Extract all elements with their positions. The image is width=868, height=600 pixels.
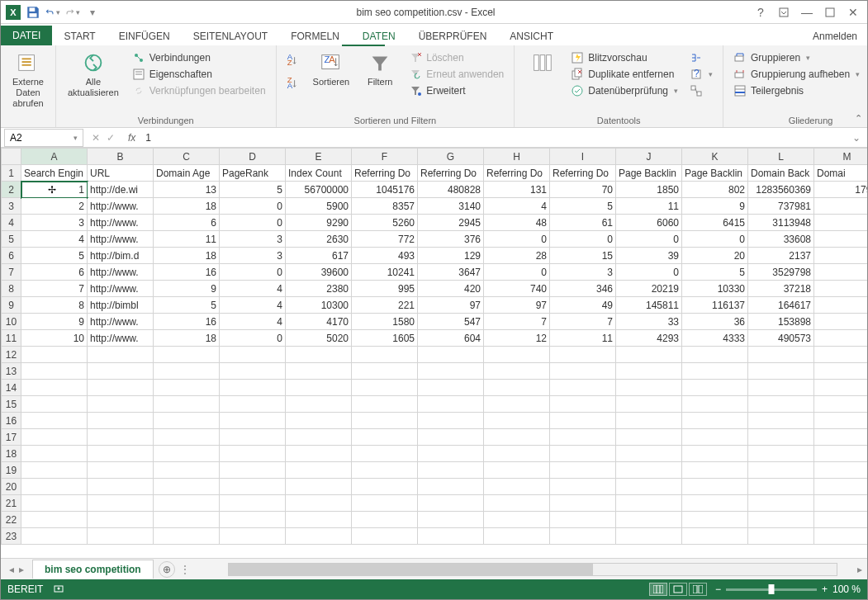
- row-header-14[interactable]: 14: [2, 380, 21, 396]
- cell-L17[interactable]: [748, 429, 814, 446]
- cell-M12[interactable]: [814, 347, 868, 363]
- cell-K1[interactable]: Page Backlin: [682, 165, 748, 182]
- cell-D21[interactable]: [220, 495, 286, 512]
- row-header-13[interactable]: 13: [2, 363, 21, 380]
- cell-L18[interactable]: [748, 446, 814, 462]
- cell-A13[interactable]: [21, 363, 88, 380]
- save-icon[interactable]: [26, 5, 40, 20]
- cell-F8[interactable]: 995: [352, 281, 418, 297]
- zoom-level[interactable]: 100 %: [832, 583, 861, 595]
- cell-K11[interactable]: 4333: [682, 330, 748, 347]
- cell-I14[interactable]: [550, 380, 616, 396]
- cell-D18[interactable]: [220, 446, 286, 462]
- cell-A9[interactable]: 8: [21, 297, 88, 314]
- cell-M14[interactable]: [814, 380, 868, 396]
- column-header-L[interactable]: L: [748, 149, 814, 165]
- cell-C23[interactable]: [154, 528, 220, 545]
- cell-A19[interactable]: [21, 462, 88, 479]
- cell-B13[interactable]: [88, 363, 154, 380]
- row-header-19[interactable]: 19: [2, 462, 21, 479]
- cell-I15[interactable]: [550, 396, 616, 413]
- row-header-15[interactable]: 15: [2, 396, 21, 413]
- cell-E12[interactable]: [286, 347, 352, 363]
- cell-G11[interactable]: 604: [418, 330, 484, 347]
- cell-C7[interactable]: 16: [154, 264, 220, 281]
- cell-H16[interactable]: [484, 413, 550, 429]
- column-header-D[interactable]: D: [220, 149, 286, 165]
- cell-B2[interactable]: http://de.wi: [88, 182, 154, 198]
- cell-J17[interactable]: [616, 429, 682, 446]
- cell-M13[interactable]: [814, 363, 868, 380]
- cell-G9[interactable]: 97: [418, 297, 484, 314]
- cell-J10[interactable]: 33: [616, 314, 682, 330]
- cell-E2[interactable]: 56700000: [286, 182, 352, 198]
- sortieren-button[interactable]: ZA Sortieren: [308, 47, 355, 91]
- cell-I7[interactable]: 3: [550, 264, 616, 281]
- cell-L10[interactable]: 153898: [748, 314, 814, 330]
- cell-E20[interactable]: [286, 479, 352, 495]
- cell-H11[interactable]: 12: [484, 330, 550, 347]
- cell-D1[interactable]: PageRank: [220, 165, 286, 182]
- cell-G4[interactable]: 2945: [418, 215, 484, 231]
- cell-C5[interactable]: 11: [154, 231, 220, 248]
- column-header-J[interactable]: J: [616, 149, 682, 165]
- cell-I13[interactable]: [550, 363, 616, 380]
- cell-F11[interactable]: 1605: [352, 330, 418, 347]
- column-header-F[interactable]: F: [352, 149, 418, 165]
- cell-M10[interactable]: [814, 314, 868, 330]
- cell-G21[interactable]: [418, 495, 484, 512]
- cell-G12[interactable]: [418, 347, 484, 363]
- tab-nav-first-icon[interactable]: ◂: [9, 564, 14, 575]
- cell-F18[interactable]: [352, 446, 418, 462]
- cell-I10[interactable]: 7: [550, 314, 616, 330]
- cell-A6[interactable]: 5: [21, 248, 88, 264]
- cell-C21[interactable]: [154, 495, 220, 512]
- whatif-icon[interactable]: ?▾: [686, 67, 716, 82]
- cell-B15[interactable]: [88, 396, 154, 413]
- cell-B20[interactable]: [88, 479, 154, 495]
- cell-H15[interactable]: [484, 396, 550, 413]
- cell-K22[interactable]: [682, 512, 748, 528]
- cell-F4[interactable]: 5260: [352, 215, 418, 231]
- cell-M2[interactable]: 1793: [814, 182, 868, 198]
- cell-E22[interactable]: [286, 512, 352, 528]
- cell-K9[interactable]: 116137: [682, 297, 748, 314]
- row-header-7[interactable]: 7: [2, 264, 21, 281]
- cell-B12[interactable]: [88, 347, 154, 363]
- cell-F9[interactable]: 221: [352, 297, 418, 314]
- cell-J9[interactable]: 145811: [616, 297, 682, 314]
- cell-D22[interactable]: [220, 512, 286, 528]
- relations-icon[interactable]: [686, 83, 716, 98]
- cell-M6[interactable]: [814, 248, 868, 264]
- cell-J1[interactable]: Page Backlin: [616, 165, 682, 182]
- cell-F13[interactable]: [352, 363, 418, 380]
- macro-record-icon[interactable]: [53, 583, 64, 597]
- cell-K5[interactable]: 0: [682, 231, 748, 248]
- externe-daten-abrufen-button[interactable]: Externe Daten abrufen: [7, 47, 49, 113]
- select-all-corner[interactable]: [2, 149, 21, 165]
- cell-F19[interactable]: [352, 462, 418, 479]
- column-header-I[interactable]: I: [550, 149, 616, 165]
- cell-J4[interactable]: 6060: [616, 215, 682, 231]
- cell-K23[interactable]: [682, 528, 748, 545]
- undo-icon[interactable]: ▾: [45, 5, 60, 20]
- cell-G3[interactable]: 3140: [418, 198, 484, 215]
- view-pagebreak-icon[interactable]: [689, 583, 707, 596]
- zoom-slider[interactable]: [726, 588, 817, 591]
- cell-E3[interactable]: 5900: [286, 198, 352, 215]
- row-header-9[interactable]: 9: [2, 297, 21, 314]
- row-header-22[interactable]: 22: [2, 512, 21, 528]
- duplikate-entfernen-button[interactable]: Duplikate entfernen: [567, 67, 681, 82]
- cell-G1[interactable]: Referring Do: [418, 165, 484, 182]
- sort-az-button[interactable]: AZ: [283, 54, 303, 69]
- cell-D9[interactable]: 4: [220, 297, 286, 314]
- cell-G20[interactable]: [418, 479, 484, 495]
- cell-L22[interactable]: [748, 512, 814, 528]
- cell-B9[interactable]: http://bimbl: [88, 297, 154, 314]
- row-header-11[interactable]: 11: [2, 330, 21, 347]
- cell-D4[interactable]: 0: [220, 215, 286, 231]
- row-header-5[interactable]: 5: [2, 231, 21, 248]
- row-header-18[interactable]: 18: [2, 446, 21, 462]
- cell-H4[interactable]: 48: [484, 215, 550, 231]
- cell-J11[interactable]: 4293: [616, 330, 682, 347]
